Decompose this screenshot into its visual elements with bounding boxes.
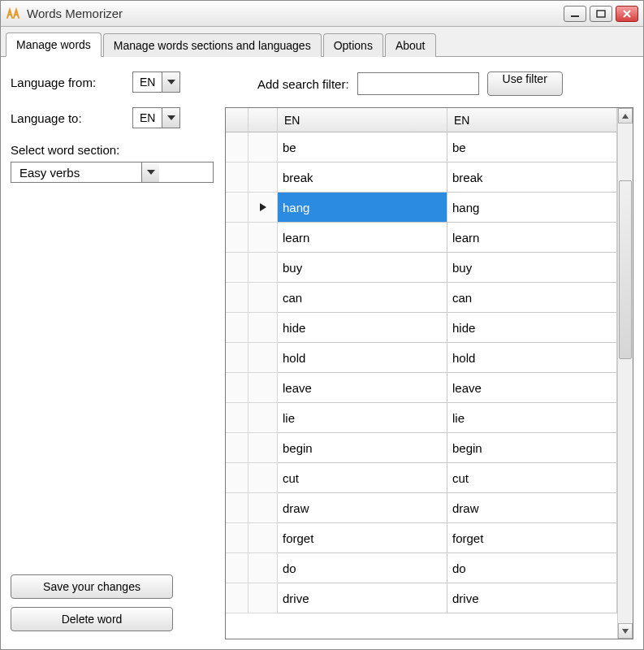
- row-indicator[interactable]: [249, 253, 278, 283]
- left-panel: Language from: EN Language to: EN Select…: [11, 72, 214, 639]
- language-from-dropdown[interactable]: EN: [132, 72, 180, 93]
- table-cell[interactable]: buy: [278, 253, 447, 283]
- row-indicator[interactable]: [249, 193, 278, 223]
- table-cell[interactable]: hide: [278, 313, 447, 343]
- scrollbar-thumb[interactable]: [619, 180, 632, 359]
- table-cell[interactable]: break: [447, 162, 617, 193]
- row-gutter: [226, 193, 249, 223]
- svg-rect-0: [571, 15, 579, 17]
- row-gutter: [226, 313, 249, 343]
- row-gutter: [226, 343, 249, 373]
- row-gutter: [226, 523, 249, 553]
- table-cell[interactable]: hide: [447, 313, 617, 343]
- right-panel: Add search filter: Use filter ENENbebebr…: [225, 72, 633, 639]
- row-indicator[interactable]: [249, 343, 278, 373]
- table-cell[interactable]: draw: [278, 493, 447, 523]
- filter-label: Add search filter:: [257, 77, 349, 91]
- table-cell[interactable]: leave: [278, 373, 447, 403]
- table-cell[interactable]: can: [447, 283, 617, 313]
- close-icon: [622, 10, 632, 18]
- column-header-b[interactable]: EN: [447, 108, 617, 132]
- maximize-icon: [596, 10, 606, 18]
- row-indicator[interactable]: [249, 523, 278, 553]
- tabs: Manage wordsManage words sections and la…: [1, 27, 643, 57]
- titlebar: Words Memorizer: [1, 1, 643, 27]
- table-cell[interactable]: leave: [447, 373, 617, 403]
- grid-body[interactable]: ENENbebebreakbreakhanghanglearnlearnbuyb…: [226, 108, 617, 639]
- table-cell[interactable]: do: [447, 553, 617, 583]
- row-indicator[interactable]: [249, 132, 278, 162]
- language-to-row: Language to: EN: [11, 107, 214, 128]
- scrollbar-track[interactable]: [618, 124, 633, 623]
- vertical-scrollbar[interactable]: [617, 108, 633, 639]
- delete-word-button[interactable]: Delete word: [11, 607, 173, 631]
- table-cell[interactable]: forget: [278, 523, 447, 553]
- current-row-icon: [260, 203, 266, 211]
- table-cell[interactable]: draw: [447, 493, 617, 523]
- word-section-label: Select word section:: [11, 143, 214, 157]
- row-gutter: [226, 132, 249, 162]
- save-changes-button[interactable]: Save your changes: [11, 574, 173, 599]
- table-cell[interactable]: hold: [447, 343, 617, 373]
- table-cell[interactable]: forget: [447, 523, 617, 553]
- table-cell[interactable]: hold: [278, 343, 447, 373]
- use-filter-button[interactable]: Use filter: [487, 72, 563, 96]
- language-from-label: Language from:: [11, 76, 132, 89]
- row-indicator[interactable]: [249, 553, 278, 583]
- row-indicator[interactable]: [249, 283, 278, 313]
- row-indicator[interactable]: [249, 162, 278, 193]
- minimize-button[interactable]: [564, 6, 586, 22]
- table-cell[interactable]: drive: [278, 583, 447, 613]
- table-cell[interactable]: can: [278, 283, 447, 313]
- table-cell[interactable]: cut: [278, 463, 447, 493]
- row-indicator[interactable]: [249, 583, 278, 613]
- tab-manage-words[interactable]: Manage words: [6, 32, 102, 57]
- row-gutter: [226, 253, 249, 283]
- row-indicator[interactable]: [249, 313, 278, 343]
- row-indicator[interactable]: [249, 493, 278, 523]
- language-to-label: Language to:: [11, 111, 132, 125]
- table-cell[interactable]: break: [278, 162, 447, 193]
- table-cell[interactable]: learn: [278, 223, 447, 253]
- row-indicator[interactable]: [249, 463, 278, 493]
- word-section-value: Easy verbs: [11, 166, 141, 180]
- row-indicator[interactable]: [249, 403, 278, 433]
- table-cell[interactable]: hang: [447, 193, 617, 223]
- grid-rowselector-header: [249, 108, 278, 132]
- row-gutter: [226, 553, 249, 583]
- table-cell[interactable]: learn: [447, 223, 617, 253]
- row-indicator[interactable]: [249, 223, 278, 253]
- table-cell[interactable]: lie: [447, 403, 617, 433]
- column-header-a[interactable]: EN: [278, 108, 447, 132]
- spacer: [11, 183, 214, 574]
- scroll-up-button[interactable]: [618, 108, 633, 124]
- table-cell[interactable]: hang: [278, 193, 447, 223]
- maximize-button[interactable]: [590, 6, 612, 22]
- row-gutter: [226, 403, 249, 433]
- row-indicator[interactable]: [249, 373, 278, 403]
- table-cell[interactable]: begin: [447, 433, 617, 463]
- table-cell[interactable]: be: [278, 132, 447, 162]
- row-gutter: [226, 223, 249, 253]
- table-cell[interactable]: buy: [447, 253, 617, 283]
- window-title: Words Memorizer: [27, 6, 564, 20]
- row-gutter: [226, 433, 249, 463]
- scroll-down-button[interactable]: [618, 623, 633, 639]
- table-cell[interactable]: begin: [278, 433, 447, 463]
- grid-corner: [226, 108, 249, 132]
- filter-row: Add search filter: Use filter: [225, 72, 633, 96]
- tab-about[interactable]: About: [385, 33, 436, 57]
- table-cell[interactable]: do: [278, 553, 447, 583]
- table-cell[interactable]: drive: [447, 583, 617, 613]
- table-cell[interactable]: lie: [278, 403, 447, 433]
- table-cell[interactable]: cut: [447, 463, 617, 493]
- word-section-dropdown[interactable]: Easy verbs: [11, 162, 214, 183]
- tab-manage-words-sections-and-languages[interactable]: Manage words sections and languages: [103, 33, 322, 57]
- tab-options[interactable]: Options: [323, 33, 383, 57]
- close-button[interactable]: [616, 6, 638, 22]
- search-filter-input[interactable]: [357, 72, 479, 95]
- row-gutter: [226, 373, 249, 403]
- row-indicator[interactable]: [249, 433, 278, 463]
- table-cell[interactable]: be: [447, 132, 617, 162]
- language-to-dropdown[interactable]: EN: [132, 107, 180, 128]
